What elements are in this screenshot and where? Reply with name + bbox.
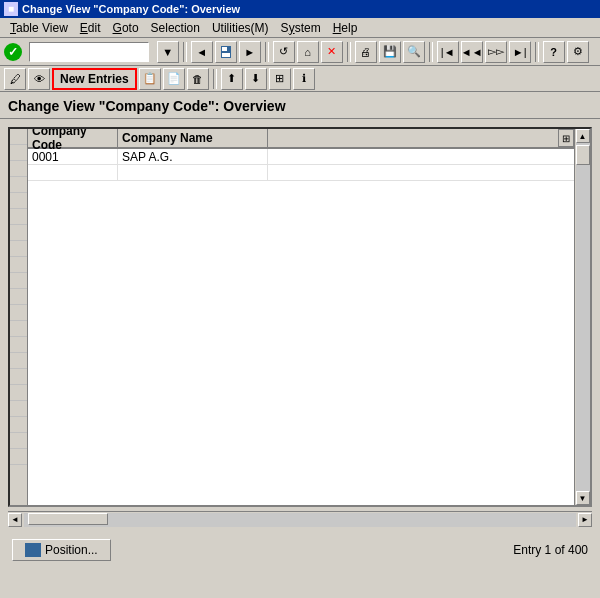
menu-edit[interactable]: Edit xyxy=(74,19,107,37)
menu-bar: Table View Edit Goto Selection Utilities… xyxy=(0,18,600,38)
move-down-btn[interactable]: ⬇ xyxy=(245,68,267,90)
row-num-7 xyxy=(10,241,27,257)
copy2-btn[interactable]: 📄 xyxy=(163,68,185,90)
change-view-btn[interactable]: 🖊 xyxy=(4,68,26,90)
row-num-12 xyxy=(10,321,27,337)
table-row[interactable] xyxy=(28,165,574,181)
cell-company-code-1: 0001 xyxy=(28,149,118,164)
row-num-13 xyxy=(10,337,27,353)
title-bar: ■ Change View "Company Code": Overview xyxy=(0,0,600,18)
scroll-right-btn[interactable]: ► xyxy=(578,513,592,527)
table-header: Company Code Company Name xyxy=(28,129,574,149)
system-toolbar: ✓ ▼ ◄ ► ↺ ⌂ ✕ 🖨 💾 🔍 |◄ ◄◄ ▻▻ ►| ? ⚙ xyxy=(0,38,600,66)
row-num-1 xyxy=(10,145,27,161)
menu-help[interactable]: Help xyxy=(327,19,364,37)
position-icon xyxy=(25,543,41,557)
move-up-btn[interactable]: ⬆ xyxy=(221,68,243,90)
row-num-2 xyxy=(10,161,27,177)
command-field-expand[interactable]: ▼ xyxy=(157,41,179,63)
row-num-18 xyxy=(10,417,27,433)
row-num-19 xyxy=(10,433,27,449)
app-toolbar: 🖊 👁 New Entries 📋 📄 🗑 ⬆ ⬇ ⊞ ℹ xyxy=(0,66,600,92)
footer: Position... Entry 1 of 400 xyxy=(0,531,600,569)
display-btn[interactable]: 👁 xyxy=(28,68,50,90)
cell-company-name-1: SAP A.G. xyxy=(118,149,268,164)
info-btn[interactable]: ℹ xyxy=(293,68,315,90)
row-num-14 xyxy=(10,353,27,369)
row-num-4 xyxy=(10,193,27,209)
row-num-11 xyxy=(10,305,27,321)
row-num-9 xyxy=(10,273,27,289)
scroll-down-btn[interactable]: ▼ xyxy=(576,491,590,505)
position-button[interactable]: Position... xyxy=(12,539,111,561)
row-num-10 xyxy=(10,289,27,305)
menu-selection[interactable]: Selection xyxy=(145,19,206,37)
main-content: ⊞ Company Code Company Name 0001 SAP A.G… xyxy=(0,119,600,531)
position-label: Position... xyxy=(45,543,98,557)
row-num-16 xyxy=(10,385,27,401)
entry-info: Entry 1 of 400 xyxy=(513,543,588,557)
home-btn[interactable]: ⌂ xyxy=(297,41,319,63)
first-btn[interactable]: |◄ xyxy=(437,41,459,63)
ok-icon[interactable]: ✓ xyxy=(4,43,22,61)
table-body: 0001 SAP A.G. xyxy=(28,149,574,505)
menu-goto[interactable]: Goto xyxy=(107,19,145,37)
vertical-scrollbar: ▲ ▼ xyxy=(574,129,590,505)
h-scrollbar[interactable] xyxy=(24,513,576,527)
copy-btn[interactable]: 📋 xyxy=(139,68,161,90)
print-btn[interactable]: 🖨 xyxy=(355,41,377,63)
menu-system[interactable]: System xyxy=(275,19,327,37)
scroll-thumb-v[interactable] xyxy=(576,145,590,165)
h-scroll-thumb[interactable] xyxy=(28,513,108,525)
next-btn[interactable]: ▻▻ xyxy=(485,41,507,63)
stop-btn[interactable]: ✕ xyxy=(321,41,343,63)
last-btn[interactable]: ►| xyxy=(509,41,531,63)
prev-btn[interactable]: ◄◄ xyxy=(461,41,483,63)
back-btn[interactable]: ◄ xyxy=(191,41,213,63)
menu-utilities[interactable]: Utilities(M) xyxy=(206,19,275,37)
header-company-name: Company Name xyxy=(118,129,268,147)
row-num-15 xyxy=(10,369,27,385)
refresh-btn[interactable]: ↺ xyxy=(273,41,295,63)
delete-btn[interactable]: 🗑 xyxy=(187,68,209,90)
scroll-track-v[interactable] xyxy=(576,143,590,491)
cell-company-name-2 xyxy=(118,165,268,180)
row-num-header xyxy=(10,129,27,145)
save2-btn[interactable]: 💾 xyxy=(379,41,401,63)
save-btn[interactable] xyxy=(215,41,237,63)
settings-btn[interactable]: ⚙ xyxy=(567,41,589,63)
col-btn[interactable]: ⊞ xyxy=(269,68,291,90)
row-num-20 xyxy=(10,449,27,465)
optimize-columns-btn[interactable]: ⊞ xyxy=(558,129,574,147)
row-num-6 xyxy=(10,225,27,241)
table-row[interactable]: 0001 SAP A.G. xyxy=(28,149,574,165)
find-btn[interactable]: 🔍 xyxy=(403,41,425,63)
horizontal-scrollbar-row: ◄ ► xyxy=(8,511,592,527)
row-num-3 xyxy=(10,177,27,193)
page-title: Change View "Company Code": Overview xyxy=(0,92,600,119)
scroll-up-btn[interactable]: ▲ xyxy=(576,129,590,143)
row-num-17 xyxy=(10,401,27,417)
table-inner: ⊞ Company Code Company Name 0001 SAP A.G… xyxy=(28,129,574,505)
row-num-5 xyxy=(10,209,27,225)
command-field[interactable] xyxy=(29,42,149,62)
new-entries-button[interactable]: New Entries xyxy=(52,68,137,90)
app-icon: ■ xyxy=(4,2,18,16)
svg-rect-1 xyxy=(222,47,227,51)
menu-table-view[interactable]: Table View xyxy=(4,19,74,37)
cell-company-code-2 xyxy=(28,165,118,180)
help-btn[interactable]: ? xyxy=(543,41,565,63)
title-text: Change View "Company Code": Overview xyxy=(22,3,240,15)
header-company-code: Company Code xyxy=(28,129,118,147)
forward-btn[interactable]: ► xyxy=(239,41,261,63)
scroll-left-btn[interactable]: ◄ xyxy=(8,513,22,527)
row-num-8 xyxy=(10,257,27,273)
row-numbers-col xyxy=(10,129,28,505)
svg-rect-2 xyxy=(222,53,230,57)
data-table: ⊞ Company Code Company Name 0001 SAP A.G… xyxy=(8,127,592,507)
